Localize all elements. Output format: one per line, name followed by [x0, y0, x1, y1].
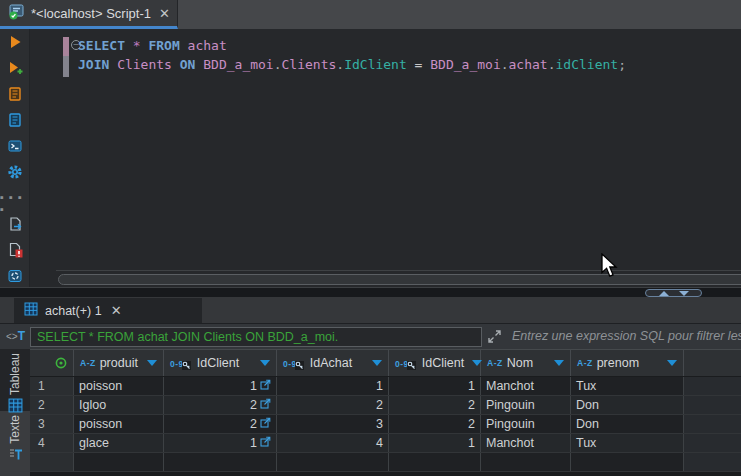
results-grid-zone: TableauTexte A-Zproduit0-9IdClient0-9IdA…: [0, 349, 741, 476]
presentation-tab-tableau[interactable]: Tableau: [0, 349, 30, 411]
fk-link-icon[interactable]: [260, 434, 271, 452]
grid-cell[interactable]: Manchot: [481, 377, 571, 395]
sql-text-icon: <>T: [6, 329, 25, 343]
sql-console-icon[interactable]: [0, 133, 30, 159]
number-type-icon: 0-9: [170, 358, 193, 369]
text-type-icon: A-Z: [80, 358, 96, 368]
grid-cell[interactable]: 3: [277, 415, 389, 433]
validation-error-icon[interactable]: [0, 237, 30, 263]
grid-cell[interactable]: Pingouin: [481, 396, 571, 414]
fk-link-icon[interactable]: [260, 377, 271, 395]
close-icon[interactable]: ✕: [111, 303, 122, 318]
column-header-produit[interactable]: A-Zproduit: [74, 350, 164, 376]
column-filter-dropdown-icon[interactable]: [372, 360, 382, 366]
column-filter-dropdown-icon[interactable]: [554, 360, 564, 366]
row-number[interactable]: 2: [30, 396, 74, 414]
editor-toolbar: ▪ ▪ ▪ ▪: [0, 29, 30, 287]
column-filter-dropdown-icon[interactable]: [667, 360, 677, 366]
column-header-label: produit: [100, 356, 138, 370]
settings-gear-icon[interactable]: [0, 159, 30, 185]
execute-new-tab-icon[interactable]: [0, 55, 30, 81]
grid-cell[interactable]: Pingouin: [481, 415, 571, 433]
grid-cell[interactable]: 2: [277, 396, 389, 414]
grid-cell[interactable]: 4: [277, 434, 389, 452]
sql-editor[interactable]: – SELECT * FROM achatJOIN Clients ON BDD…: [30, 29, 741, 287]
grid-bottom-strip: [30, 472, 741, 476]
number-type-icon: 0-9: [283, 358, 306, 369]
fk-link-icon[interactable]: [260, 415, 271, 433]
row-number[interactable]: 1: [30, 377, 74, 395]
text-type-icon: A-Z: [577, 358, 593, 368]
maximize-up-icon[interactable]: [659, 291, 669, 296]
column-header-label: IdClient: [197, 356, 239, 370]
column-header-label: IdAchat: [310, 356, 352, 370]
sql-script-icon: [8, 4, 25, 23]
grid-cell[interactable]: poisson: [74, 415, 164, 433]
table-row: 3poisson232PingouinDon: [30, 415, 741, 434]
grid-cell[interactable]: 1: [164, 434, 277, 452]
column-header-idachat[interactable]: 0-9IdAchat: [277, 350, 389, 376]
grid-cell[interactable]: 2: [389, 396, 481, 414]
fk-link-icon: [260, 417, 271, 428]
close-icon[interactable]: ✕: [159, 6, 170, 21]
row-number[interactable]: 4: [30, 434, 74, 452]
presentation-tab-texte[interactable]: Texte: [0, 411, 30, 476]
expand-filter-icon[interactable]: [488, 330, 501, 346]
column-header-nom[interactable]: A-ZNom: [481, 350, 571, 376]
grid-corner-cell[interactable]: [30, 350, 74, 376]
presentation-tab-label: Texte: [8, 415, 22, 444]
change-indicator-bar: [63, 56, 69, 77]
grid-icon: [8, 398, 23, 416]
explain-plan-icon[interactable]: [0, 107, 30, 133]
minimize-down-icon[interactable]: [679, 291, 689, 296]
fk-link-icon[interactable]: [260, 396, 271, 414]
filter-input[interactable]: Entrez une expression SQL pour filtrer l…: [512, 329, 741, 343]
execute-statement-icon[interactable]: [0, 29, 30, 55]
grid-cell[interactable]: 1: [389, 377, 481, 395]
column-header-idclient[interactable]: 0-9IdClient: [164, 350, 277, 376]
grid-cell[interactable]: 1: [277, 377, 389, 395]
grid-cell[interactable]: 2: [164, 415, 277, 433]
grid-cell[interactable]: Manchot: [481, 434, 571, 452]
active-query-label[interactable]: SELECT * FROM achat JOIN Clients ON BDD_…: [30, 327, 482, 347]
grid-cell[interactable]: glace: [74, 434, 164, 452]
grid-cell[interactable]: 1: [164, 377, 277, 395]
editor-tab-script1[interactable]: *<localhost> Script-1 ✕: [0, 0, 178, 29]
grid-cell[interactable]: Don: [571, 396, 684, 414]
grid-cell[interactable]: Tux: [571, 434, 684, 452]
table-row: 4glace141ManchotTux: [30, 434, 741, 453]
grid-cell[interactable]: 1: [389, 434, 481, 452]
load-data-icon[interactable]: [0, 263, 30, 289]
table-row: 2Igloo222PingouinDon: [30, 396, 741, 415]
fk-link-icon: [260, 398, 271, 409]
grid-cell[interactable]: Igloo: [74, 396, 164, 414]
sql-code-line[interactable]: SELECT * FROM achat: [78, 36, 626, 55]
sql-code[interactable]: SELECT * FROM achatJOIN Clients ON BDD_a…: [78, 36, 626, 74]
data-grid: A-Zproduit0-9IdClient0-9IdAchat0-9IdClie…: [30, 349, 741, 476]
column-filter-dropdown-icon[interactable]: [260, 360, 270, 366]
change-indicator-bar: [63, 37, 69, 56]
grid-cell[interactable]: 2: [164, 396, 277, 414]
editor-hscrollbar[interactable]: [58, 274, 741, 285]
grid-cell[interactable]: 2: [389, 415, 481, 433]
column-header-prenom[interactable]: A-Zprenom: [571, 350, 684, 376]
column-header-label: IdClient: [422, 356, 464, 370]
row-number[interactable]: 3: [30, 415, 74, 433]
results-tab-achat[interactable]: achat(+) 1 ✕: [14, 298, 202, 323]
text-icon: [8, 447, 23, 465]
grid-cell[interactable]: Tux: [571, 377, 684, 395]
results-tab-title: achat(+) 1: [45, 304, 102, 318]
column-header-label: Nom: [507, 356, 533, 370]
results-tabbar: achat(+) 1 ✕: [0, 297, 741, 323]
sql-editor-region: ▪ ▪ ▪ ▪ – SELECT * FROM achatJOIN Client…: [0, 29, 741, 287]
column-header-label: prenom: [597, 356, 639, 370]
column-filter-dropdown-icon[interactable]: [147, 360, 157, 366]
grid-cell[interactable]: poisson: [74, 377, 164, 395]
sql-code-line[interactable]: JOIN Clients ON BDD_a_moi.Clients.IdClie…: [78, 55, 626, 74]
grid-cell[interactable]: Don: [571, 415, 684, 433]
column-header-idclient[interactable]: 0-9IdClient: [389, 350, 481, 376]
execute-script-icon[interactable]: [0, 81, 30, 107]
grid-header-row: A-Zproduit0-9IdClient0-9IdAchat0-9IdClie…: [30, 349, 741, 377]
panel-splitter[interactable]: [0, 287, 741, 297]
splitter-arrows[interactable]: [645, 289, 702, 297]
